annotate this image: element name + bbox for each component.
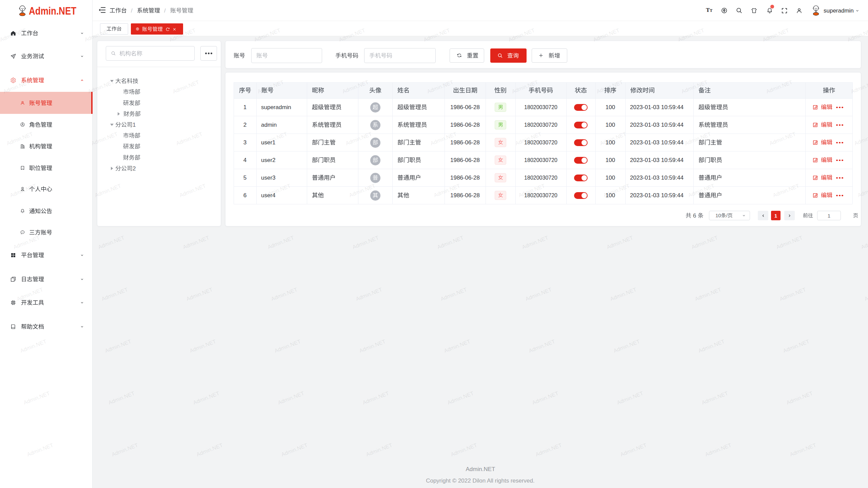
svg-text:1: 1	[133, 122, 136, 128]
svg-text:2: 2	[133, 165, 136, 172]
svg-text:6: 6	[691, 212, 698, 219]
svg-text:/: /	[726, 212, 728, 218]
svg-text:10: 10	[715, 212, 721, 218]
